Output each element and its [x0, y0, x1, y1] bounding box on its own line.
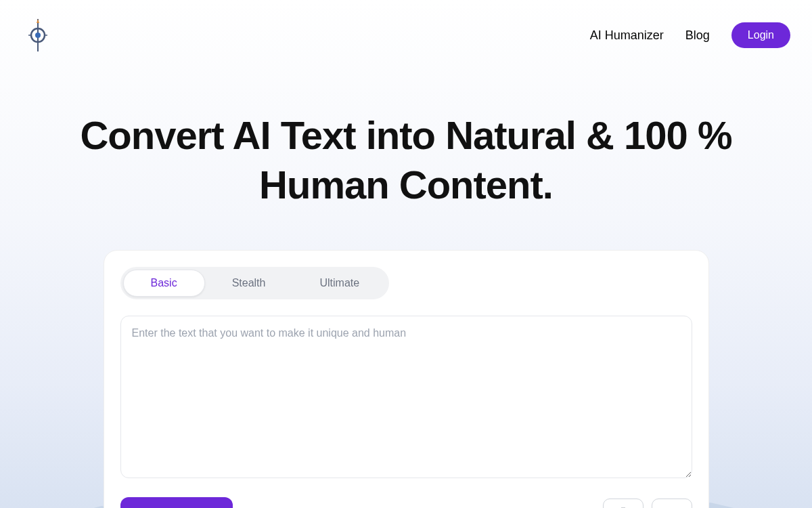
tool-card: Basic Stealth Ultimate Humanize — [104, 250, 709, 508]
action-row: Humanize — [120, 497, 692, 508]
main-nav: AI Humanizer Blog Login — [590, 22, 790, 48]
tab-basic[interactable]: Basic — [123, 270, 205, 297]
tab-ultimate[interactable]: Ultimate — [292, 270, 386, 297]
humanize-button[interactable]: Humanize — [120, 497, 233, 508]
nav-link-humanizer[interactable]: AI Humanizer — [590, 28, 664, 43]
tab-stealth[interactable]: Stealth — [205, 270, 293, 297]
hero-title: Convert AI Text into Natural & 100 % Hum… — [27, 111, 785, 209]
text-input[interactable] — [120, 316, 692, 478]
hero-section: Convert AI Text into Natural & 100 % Hum… — [0, 111, 812, 209]
nav-link-blog[interactable]: Blog — [685, 28, 710, 43]
secondary-button-1[interactable] — [603, 499, 644, 508]
logo-icon — [22, 16, 54, 54]
header: AI Humanizer Blog Login — [0, 0, 812, 70]
login-button[interactable]: Login — [731, 22, 790, 48]
secondary-actions — [603, 499, 692, 508]
secondary-button-2[interactable] — [652, 499, 692, 508]
svg-point-2 — [35, 33, 41, 38]
mode-tabs: Basic Stealth Ultimate — [120, 267, 390, 299]
logo[interactable] — [22, 16, 54, 54]
